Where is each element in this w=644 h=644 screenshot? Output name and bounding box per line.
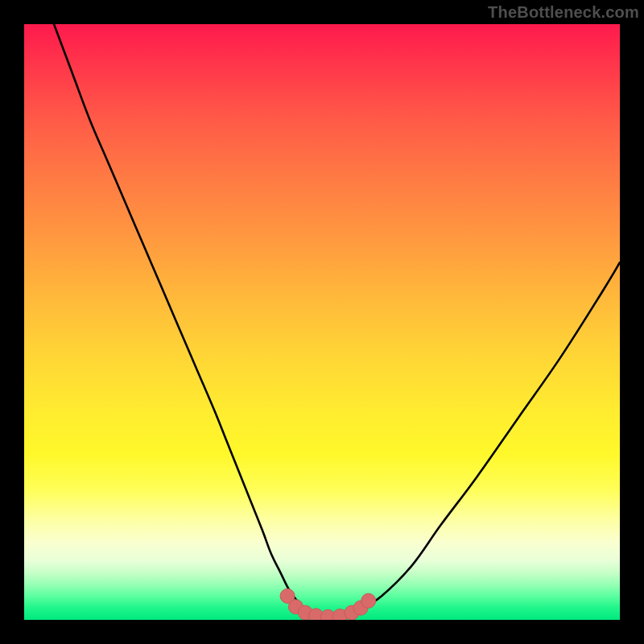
outer-frame: TheBottleneck.com — [0, 0, 644, 644]
watermark-text: TheBottleneck.com — [488, 3, 639, 22]
plot-area — [24, 24, 620, 620]
bottleneck-curve-chart — [24, 24, 620, 620]
curve-line — [54, 24, 620, 617]
optimum-marker — [361, 593, 376, 608]
